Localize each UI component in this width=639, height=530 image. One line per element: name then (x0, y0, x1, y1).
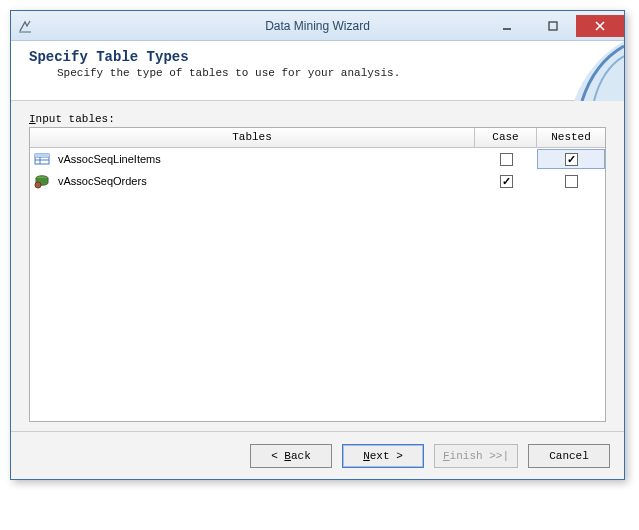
maximize-button[interactable] (530, 15, 576, 37)
minimize-button[interactable] (484, 15, 530, 37)
cube-icon (34, 173, 50, 189)
close-button[interactable] (576, 15, 624, 37)
case-cell[interactable] (475, 153, 537, 166)
nested-checkbox[interactable]: ✓ (565, 153, 578, 166)
svg-point-10 (35, 182, 41, 188)
svg-rect-8 (35, 154, 49, 157)
table-row[interactable]: vAssocSeqOrders✓ (30, 170, 605, 192)
nested-cell[interactable] (537, 175, 605, 188)
page-subtitle: Specify the type of tables to use for yo… (57, 67, 606, 79)
table-name-cell: vAssocSeqOrders (30, 173, 475, 189)
content-area: Input tables: Tables Case Nested vAssocS… (11, 101, 624, 431)
header-graphic-icon (554, 41, 624, 101)
table-icon (34, 151, 50, 167)
wizard-window: Data Mining Wizard Specify Table Types S… (10, 10, 625, 480)
case-checkbox[interactable]: ✓ (500, 175, 513, 188)
window-controls (484, 15, 624, 37)
case-cell[interactable]: ✓ (475, 175, 537, 188)
column-header-nested[interactable]: Nested (537, 128, 605, 147)
finish-button: Finish >>| (434, 444, 518, 468)
table-row[interactable]: vAssocSeqLineItems✓ (30, 148, 605, 170)
cancel-button[interactable]: Cancel (528, 444, 610, 468)
grid-header: Tables Case Nested (30, 128, 605, 148)
wizard-header: Specify Table Types Specify the type of … (11, 41, 624, 101)
case-checkbox[interactable] (500, 153, 513, 166)
input-tables-grid: Tables Case Nested vAssocSeqLineItems✓vA… (29, 127, 606, 422)
table-name-cell: vAssocSeqLineItems (30, 151, 475, 167)
table-name: vAssocSeqLineItems (58, 153, 161, 165)
table-name: vAssocSeqOrders (58, 175, 147, 187)
back-button[interactable]: < Back (250, 444, 332, 468)
button-bar: < Back Next > Finish >>| Cancel (11, 431, 624, 479)
nested-checkbox[interactable] (565, 175, 578, 188)
titlebar: Data Mining Wizard (11, 11, 624, 41)
column-header-case[interactable]: Case (475, 128, 537, 147)
app-icon (17, 18, 33, 34)
page-title: Specify Table Types (29, 49, 606, 65)
nested-cell[interactable]: ✓ (537, 149, 605, 169)
next-button[interactable]: Next > (342, 444, 424, 468)
column-header-tables[interactable]: Tables (30, 128, 475, 147)
grid-body: vAssocSeqLineItems✓vAssocSeqOrders✓ (30, 148, 605, 192)
input-tables-label: Input tables: (29, 113, 606, 125)
svg-rect-1 (549, 22, 557, 30)
window-title: Data Mining Wizard (265, 19, 370, 33)
